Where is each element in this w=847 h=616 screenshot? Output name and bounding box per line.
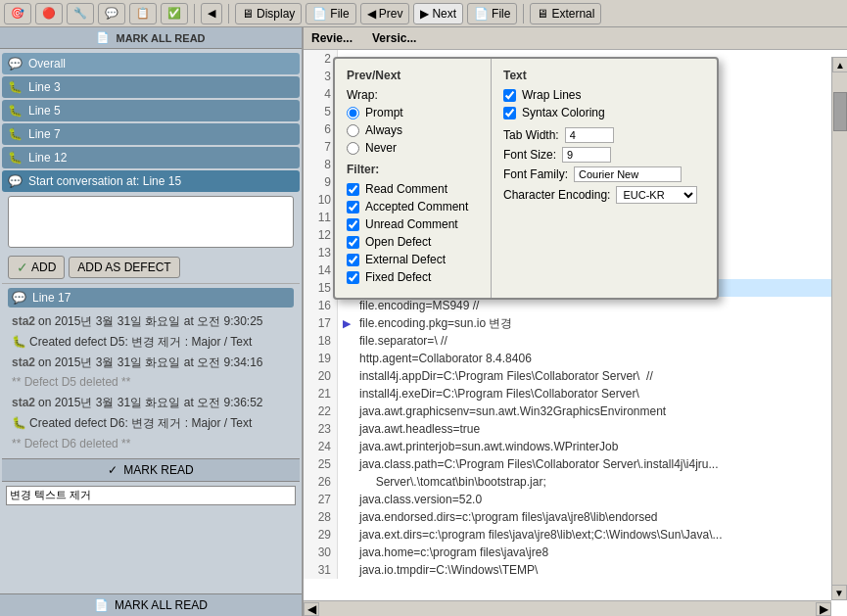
review-item-overall[interactable]: 💬 Overall (2, 53, 300, 74)
line-num-20: 20 (304, 367, 338, 385)
tab-width-input[interactable] (565, 127, 614, 143)
fixed-defect-checkbox[interactable] (347, 271, 359, 284)
scroll-thumb[interactable] (833, 92, 847, 131)
next-button[interactable]: ▶ Next (413, 3, 463, 24)
activity-3-user: sta2 (12, 396, 35, 409)
wrap-always-radio[interactable] (347, 124, 359, 137)
filter-unread-comment-row[interactable]: Unread Comment (347, 217, 479, 231)
code-line-28: 28 java.endorsed.dirs=c:\program files\j… (304, 508, 831, 526)
activity-3: sta2 on 2015년 3월 31일 화요일 at 오전 9:36:52 (8, 393, 294, 413)
scroll-down-button[interactable]: ▼ (831, 585, 847, 600)
line-code-18: file.separator=\ // (355, 332, 831, 350)
mark-all-read-bottom-button[interactable]: 📄 MARK ALL READ (0, 593, 302, 616)
start-conv-icon: 💬 (8, 174, 23, 188)
syntax-coloring-checkbox[interactable] (503, 107, 516, 119)
wrap-lines-row[interactable]: Wrap Lines (503, 88, 705, 102)
review-item-line5[interactable]: 🐛 Line 5 (2, 100, 300, 121)
wrap-lines-checkbox[interactable] (503, 89, 516, 102)
line-code-19: http.agent=Collaborator 8.4.8406 (355, 350, 831, 367)
divider-2 (228, 4, 229, 24)
tab-width-row: Tab Width: (503, 127, 705, 143)
activity-3-action: 🐛 Created defect D6: 변경 제거 : Major / Tex… (8, 413, 294, 434)
wrap-lines-label: Wrap Lines (522, 88, 581, 102)
toolbar-icon-3[interactable]: 🔧 (67, 3, 94, 24)
left-panel: 📄 MARK ALL READ 💬 Overall 🐛 Line 3 🐛 Lin… (0, 27, 304, 616)
filter-external-defect-row[interactable]: External Defect (347, 253, 479, 266)
scroll-up-button[interactable]: ▲ (832, 57, 847, 72)
bottom-text-input[interactable] (6, 486, 296, 505)
unread-comment-checkbox[interactable] (347, 218, 359, 231)
toolbar-icon-4[interactable]: 💬 (98, 3, 125, 24)
wrap-prompt-radio[interactable] (347, 107, 359, 119)
line12-bug-icon: 🐛 (8, 151, 23, 165)
open-defect-checkbox[interactable] (347, 236, 359, 249)
review-item-start-conv[interactable]: 💬 Start conversation at: Line 15 (2, 170, 300, 192)
review-item-line3[interactable]: 🐛 Line 3 (2, 76, 300, 98)
line-num-16: 16 (304, 297, 338, 314)
display-button[interactable]: 🖥 Display (235, 3, 302, 24)
font-size-input[interactable] (562, 147, 611, 163)
activity-1-timestamp: on 2015년 3월 31일 화요일 at 오전 9:30:25 (38, 314, 262, 328)
review-item-line7[interactable]: 🐛 Line 7 (2, 123, 300, 145)
nav-back-button[interactable]: ◀ (201, 3, 222, 24)
line-num-18: 18 (304, 332, 338, 350)
font-size-label: Font Size: (503, 148, 556, 162)
toolbar-icon-5[interactable]: 📋 (129, 3, 157, 24)
vertical-scrollbar[interactable]: ▲ ▼ (831, 57, 847, 600)
filter-open-defect-row[interactable]: Open Defect (347, 235, 479, 249)
toolbar-icon-2[interactable]: 🔴 (35, 3, 63, 24)
wrap-prompt-row[interactable]: Prompt (347, 106, 479, 119)
mark-all-read-top-button[interactable]: 📄 MARK ALL READ (0, 27, 302, 49)
scroll-right-button[interactable]: ▶ (816, 602, 831, 616)
add-button[interactable]: ✓ ADD (8, 256, 65, 279)
add-as-defect-button[interactable]: ADD AS DEFECT (69, 257, 179, 278)
read-comment-checkbox[interactable] (347, 183, 359, 196)
line-code-27: java.class.version=52.0 (355, 491, 831, 508)
line3-label: Line 3 (28, 80, 61, 94)
file2-button[interactable]: 📄 File (467, 3, 517, 24)
line-marker-27 (338, 491, 355, 508)
line-code-23: java.awt.headless=true (355, 420, 831, 438)
accepted-comment-checkbox[interactable] (347, 201, 359, 213)
activity-2-timestamp: on 2015년 3월 31일 화요일 at 오전 9:34:16 (38, 355, 262, 369)
wrap-never-radio[interactable] (347, 142, 359, 155)
filter-read-comment-row[interactable]: Read Comment (347, 182, 479, 196)
line-num-27: 27 (304, 491, 338, 508)
mark-read-button[interactable]: ✓ MARK READ (2, 458, 300, 482)
popup-prevnext-section: Prev/Next Wrap: Prompt Always Never Filt… (335, 59, 492, 298)
line-marker-24 (338, 438, 355, 455)
toolbar-icon-1[interactable]: 🎯 (4, 3, 31, 24)
wrap-prompt-label: Prompt (365, 106, 403, 119)
filter-fixed-defect-row[interactable]: Fixed Defect (347, 270, 479, 284)
file1-button[interactable]: 📄 File (306, 3, 355, 24)
activity-1-action: 🐛 Created defect D5: 변경 제거 : Major / Tex… (8, 332, 294, 353)
code-line-31: 31 java.io.tmpdir=C:\Windows\TEMP\ (304, 561, 831, 579)
wrap-always-row[interactable]: Always (347, 123, 479, 137)
external-defect-checkbox[interactable] (347, 254, 359, 266)
line17-header[interactable]: 💬 Line 17 (8, 288, 294, 308)
external-button[interactable]: 🖥 External (530, 3, 601, 24)
mark-all-read-bottom-label: MARK ALL READ (115, 598, 208, 612)
conversation-input[interactable] (13, 201, 289, 240)
toolbar-icon-6[interactable]: ✅ (161, 3, 188, 24)
filter-accepted-comment-row[interactable]: Accepted Comment (347, 200, 479, 213)
conversation-box (8, 196, 294, 248)
syntax-coloring-row[interactable]: Syntax Coloring (503, 106, 705, 119)
arrow-icon-17: ▶ (343, 314, 351, 332)
code-line-30: 30 java.home=c:\program files\java\jre8 (304, 544, 831, 561)
review-item-line12[interactable]: 🐛 Line 12 (2, 147, 300, 168)
add-check-icon: ✓ (17, 260, 28, 275)
horizontal-scrollbar[interactable]: ◀ ▶ (304, 600, 831, 616)
overall-icon: 💬 (8, 57, 23, 71)
activity-4-action: ** Defect D6 deleted ** (8, 434, 294, 454)
scroll-left-button[interactable]: ◀ (304, 602, 319, 616)
filter-title: Filter: (347, 163, 479, 176)
wrap-never-row[interactable]: Never (347, 141, 479, 155)
right-panel: Revie... Versic... Prev/Next Wrap: Promp… (304, 27, 847, 616)
char-encoding-select[interactable]: EUC-KR UTF-8 ISO-8859-1 (616, 186, 697, 204)
prev-button[interactable]: ◀ Prev (360, 3, 410, 24)
external-icon: 🖥 (537, 7, 548, 21)
line17-section: 💬 Line 17 sta2 on 2015년 3월 31일 화요일 at 오전… (2, 283, 300, 458)
line-code-20: install4j.appDir=C:\Program Files\Collab… (355, 367, 831, 385)
font-family-input[interactable] (574, 166, 682, 182)
